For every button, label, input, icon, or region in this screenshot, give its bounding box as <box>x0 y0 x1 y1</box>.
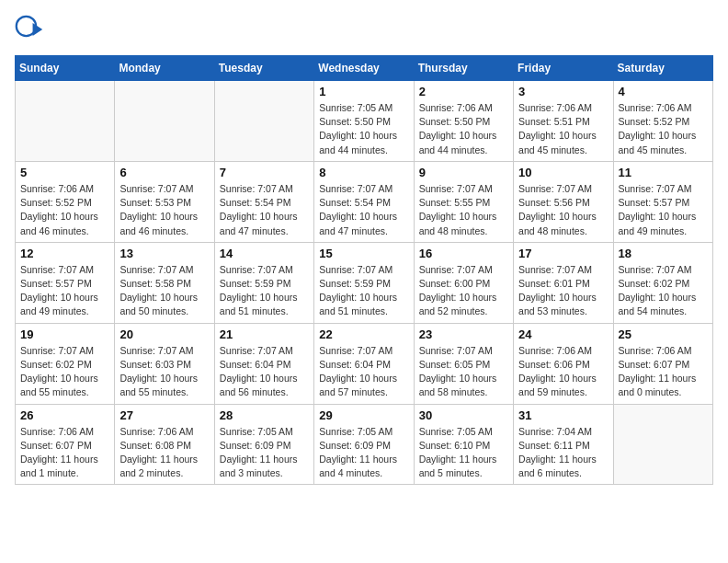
day-info: Sunrise: 7:07 AM Sunset: 5:58 PM Dayligh… <box>119 263 209 319</box>
day-number: 16 <box>419 247 508 260</box>
day-number: 23 <box>419 327 508 341</box>
day-number: 29 <box>319 408 408 422</box>
logo-icon <box>15 15 44 44</box>
calendar-cell: 31Sunrise: 7:04 AM Sunset: 6:11 PM Dayli… <box>514 404 613 485</box>
calendar-cell: 29Sunrise: 7:05 AM Sunset: 6:09 PM Dayli… <box>314 404 414 485</box>
calendar-cell: 15Sunrise: 7:07 AM Sunset: 5:59 PM Dayli… <box>314 242 414 323</box>
calendar-cell: 3Sunrise: 7:06 AM Sunset: 5:51 PM Daylig… <box>514 81 613 162</box>
week-row-5: 26Sunrise: 7:06 AM Sunset: 6:07 PM Dayli… <box>16 404 713 485</box>
calendar-cell: 20Sunrise: 7:07 AM Sunset: 6:03 PM Dayli… <box>115 323 214 404</box>
calendar-cell: 9Sunrise: 7:07 AM Sunset: 5:55 PM Daylig… <box>414 161 513 242</box>
header-row: SundayMondayTuesdayWednesdayThursdayFrid… <box>16 56 713 81</box>
day-info: Sunrise: 7:05 AM Sunset: 6:09 PM Dayligh… <box>319 425 408 481</box>
page-header <box>15 15 713 44</box>
calendar-cell <box>16 81 115 162</box>
calendar-cell: 19Sunrise: 7:07 AM Sunset: 6:02 PM Dayli… <box>16 323 115 404</box>
day-info: Sunrise: 7:07 AM Sunset: 5:57 PM Dayligh… <box>20 263 109 319</box>
day-number: 15 <box>319 247 408 260</box>
calendar-cell: 25Sunrise: 7:06 AM Sunset: 6:07 PM Dayli… <box>613 323 712 404</box>
day-info: Sunrise: 7:07 AM Sunset: 5:57 PM Dayligh… <box>619 182 708 238</box>
day-info: Sunrise: 7:06 AM Sunset: 6:07 PM Dayligh… <box>20 425 109 481</box>
calendar-cell: 5Sunrise: 7:06 AM Sunset: 5:52 PM Daylig… <box>16 161 115 242</box>
calendar-cell: 1Sunrise: 7:05 AM Sunset: 5:50 PM Daylig… <box>314 81 414 162</box>
calendar-cell: 7Sunrise: 7:07 AM Sunset: 5:54 PM Daylig… <box>214 161 313 242</box>
day-info: Sunrise: 7:07 AM Sunset: 6:02 PM Dayligh… <box>619 263 708 319</box>
day-number: 20 <box>119 327 209 341</box>
day-number: 26 <box>20 408 109 422</box>
day-number: 10 <box>518 166 608 179</box>
calendar-cell: 11Sunrise: 7:07 AM Sunset: 5:57 PM Dayli… <box>613 161 712 242</box>
svg-marker-1 <box>33 23 43 36</box>
calendar-cell <box>115 81 214 162</box>
calendar-cell <box>613 404 712 485</box>
day-info: Sunrise: 7:07 AM Sunset: 6:02 PM Dayligh… <box>20 344 109 400</box>
day-number: 9 <box>419 166 508 179</box>
day-number: 21 <box>220 327 309 341</box>
calendar-cell: 12Sunrise: 7:07 AM Sunset: 5:57 PM Dayli… <box>16 242 115 323</box>
day-header-sunday: Sunday <box>16 56 115 81</box>
day-info: Sunrise: 7:07 AM Sunset: 6:05 PM Dayligh… <box>419 344 508 400</box>
day-number: 22 <box>319 327 408 341</box>
day-info: Sunrise: 7:04 AM Sunset: 6:11 PM Dayligh… <box>518 425 608 481</box>
calendar-cell: 14Sunrise: 7:07 AM Sunset: 5:59 PM Dayli… <box>214 242 313 323</box>
day-header-monday: Monday <box>115 56 214 81</box>
day-info: Sunrise: 7:07 AM Sunset: 5:55 PM Dayligh… <box>419 182 508 238</box>
week-row-1: 1Sunrise: 7:05 AM Sunset: 5:50 PM Daylig… <box>16 81 713 162</box>
day-number: 24 <box>518 327 608 341</box>
day-info: Sunrise: 7:06 AM Sunset: 6:07 PM Dayligh… <box>619 344 708 400</box>
day-info: Sunrise: 7:05 AM Sunset: 6:09 PM Dayligh… <box>220 425 309 481</box>
day-info: Sunrise: 7:07 AM Sunset: 5:54 PM Dayligh… <box>220 182 309 238</box>
day-header-wednesday: Wednesday <box>314 56 414 81</box>
calendar-table: SundayMondayTuesdayWednesdayThursdayFrid… <box>15 55 713 485</box>
calendar-cell: 23Sunrise: 7:07 AM Sunset: 6:05 PM Dayli… <box>414 323 513 404</box>
day-info: Sunrise: 7:06 AM Sunset: 6:06 PM Dayligh… <box>518 344 608 400</box>
day-number: 2 <box>419 85 508 98</box>
calendar-cell: 26Sunrise: 7:06 AM Sunset: 6:07 PM Dayli… <box>16 404 115 485</box>
day-header-thursday: Thursday <box>414 56 513 81</box>
day-number: 12 <box>20 247 109 260</box>
day-number: 14 <box>220 247 309 260</box>
day-number: 17 <box>518 247 608 260</box>
day-info: Sunrise: 7:05 AM Sunset: 6:10 PM Dayligh… <box>419 425 508 481</box>
day-info: Sunrise: 7:06 AM Sunset: 5:50 PM Dayligh… <box>419 101 508 157</box>
day-number: 27 <box>119 408 209 422</box>
day-info: Sunrise: 7:06 AM Sunset: 6:08 PM Dayligh… <box>119 425 209 481</box>
day-info: Sunrise: 7:07 AM Sunset: 5:56 PM Dayligh… <box>518 182 608 238</box>
day-info: Sunrise: 7:07 AM Sunset: 6:04 PM Dayligh… <box>220 344 309 400</box>
calendar-cell: 13Sunrise: 7:07 AM Sunset: 5:58 PM Dayli… <box>115 242 214 323</box>
day-number: 4 <box>619 85 708 98</box>
calendar-cell: 22Sunrise: 7:07 AM Sunset: 6:04 PM Dayli… <box>314 323 414 404</box>
calendar-cell: 27Sunrise: 7:06 AM Sunset: 6:08 PM Dayli… <box>115 404 214 485</box>
calendar-cell: 8Sunrise: 7:07 AM Sunset: 5:54 PM Daylig… <box>314 161 414 242</box>
calendar-cell: 28Sunrise: 7:05 AM Sunset: 6:09 PM Dayli… <box>214 404 313 485</box>
day-info: Sunrise: 7:07 AM Sunset: 6:01 PM Dayligh… <box>518 263 608 319</box>
calendar-cell <box>214 81 313 162</box>
day-info: Sunrise: 7:06 AM Sunset: 5:51 PM Dayligh… <box>518 101 608 157</box>
day-info: Sunrise: 7:07 AM Sunset: 5:59 PM Dayligh… <box>319 263 408 319</box>
calendar-cell: 10Sunrise: 7:07 AM Sunset: 5:56 PM Dayli… <box>514 161 613 242</box>
day-number: 3 <box>518 85 608 98</box>
day-number: 7 <box>220 166 309 179</box>
day-info: Sunrise: 7:07 AM Sunset: 6:00 PM Dayligh… <box>419 263 508 319</box>
day-info: Sunrise: 7:05 AM Sunset: 5:50 PM Dayligh… <box>319 101 408 157</box>
calendar-cell: 30Sunrise: 7:05 AM Sunset: 6:10 PM Dayli… <box>414 404 513 485</box>
day-number: 30 <box>419 408 508 422</box>
day-number: 6 <box>119 166 209 179</box>
day-number: 1 <box>319 85 408 98</box>
logo <box>15 15 48 44</box>
day-header-friday: Friday <box>514 56 613 81</box>
day-info: Sunrise: 7:06 AM Sunset: 5:52 PM Dayligh… <box>619 101 708 157</box>
day-info: Sunrise: 7:06 AM Sunset: 5:52 PM Dayligh… <box>20 182 109 238</box>
day-number: 28 <box>220 408 309 422</box>
calendar-cell: 4Sunrise: 7:06 AM Sunset: 5:52 PM Daylig… <box>613 81 712 162</box>
calendar-cell: 24Sunrise: 7:06 AM Sunset: 6:06 PM Dayli… <box>514 323 613 404</box>
week-row-4: 19Sunrise: 7:07 AM Sunset: 6:02 PM Dayli… <box>16 323 713 404</box>
day-number: 31 <box>518 408 608 422</box>
calendar-cell: 21Sunrise: 7:07 AM Sunset: 6:04 PM Dayli… <box>214 323 313 404</box>
day-info: Sunrise: 7:07 AM Sunset: 6:03 PM Dayligh… <box>119 344 209 400</box>
day-number: 11 <box>619 166 708 179</box>
day-number: 5 <box>20 166 109 179</box>
day-number: 19 <box>20 327 109 341</box>
day-number: 25 <box>619 327 708 341</box>
day-info: Sunrise: 7:07 AM Sunset: 5:59 PM Dayligh… <box>220 263 309 319</box>
